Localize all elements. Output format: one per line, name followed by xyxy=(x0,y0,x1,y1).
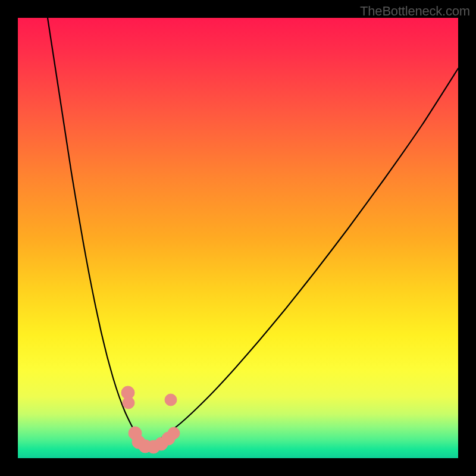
chart-frame: TheBottleneck.com xyxy=(0,0,476,476)
curve-left-curve xyxy=(48,18,143,441)
curve-right-curve xyxy=(155,68,458,442)
chart-svg xyxy=(18,18,458,458)
watermark-text: TheBottleneck.com xyxy=(360,4,470,19)
plot-area xyxy=(18,18,458,458)
marker-right-outlier xyxy=(165,394,177,406)
marker-rise-3 xyxy=(168,427,180,439)
marker-layer xyxy=(121,386,180,453)
marker-left-cluster-mid xyxy=(123,397,134,409)
curve-layer xyxy=(48,18,458,444)
